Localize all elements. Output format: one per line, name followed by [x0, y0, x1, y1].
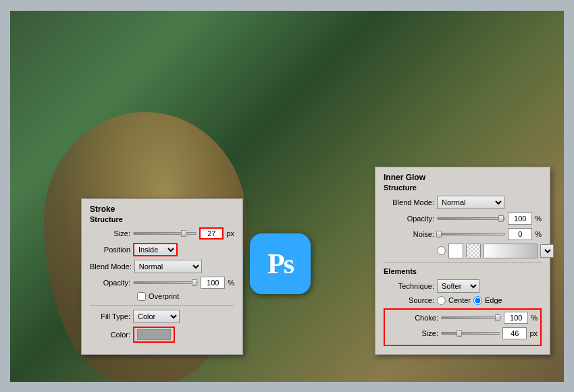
opacity-slider-container: [133, 281, 198, 284]
position-select[interactable]: Inside Outside Center: [133, 243, 178, 256]
opacity-label: Opacity:: [90, 279, 130, 287]
inner-glow-title: Inner Glow: [384, 173, 542, 182]
ig-choke-input[interactable]: [504, 312, 528, 324]
ig-blend-select[interactable]: Normal: [437, 196, 504, 209]
ig-opacity-slider-container: [437, 217, 505, 220]
ig-noise-unit: %: [535, 230, 542, 238]
glow-transparent-swatch[interactable]: [466, 244, 481, 258]
ig-technique-row: Technique: Softer Precise: [384, 279, 542, 293]
ig-size-unit: px: [529, 329, 538, 337]
ig-technique-label: Technique:: [384, 282, 434, 290]
canvas: Ps Stroke Structure Size: px Position In…: [10, 11, 564, 382]
ig-opacity-slider[interactable]: [437, 217, 505, 220]
ig-elements-title: Elements: [384, 267, 542, 275]
inner-glow-panel: Inner Glow Structure Blend Mode: Normal …: [375, 167, 550, 355]
size-slider-container: [133, 232, 197, 235]
stroke-panel: Stroke Structure Size: px Position Insid…: [81, 198, 243, 355]
ig-choke-unit: %: [531, 314, 538, 322]
color-swatch-container[interactable]: [133, 327, 175, 343]
overprint-label: Overprint: [149, 292, 179, 300]
inner-glow-structure-title: Structure: [384, 184, 542, 192]
ps-logo-text: Ps: [267, 248, 293, 280]
choke-size-group: Choke: % Size: px: [384, 308, 542, 346]
overprint-checkbox[interactable]: [137, 292, 146, 301]
ig-choke-label: Choke:: [388, 314, 438, 322]
ig-source-label: Source:: [384, 296, 434, 304]
size-input[interactable]: [199, 227, 224, 240]
position-label: Position: [90, 246, 130, 254]
ig-size-label: Size:: [388, 329, 438, 337]
opacity-input[interactable]: [201, 277, 225, 289]
ig-opacity-label: Opacity:: [384, 215, 434, 223]
ig-noise-slider[interactable]: [437, 233, 505, 235]
ig-blend-label: Blend Mode:: [384, 198, 434, 206]
fill-select[interactable]: Color Gradient Pattern: [133, 310, 180, 323]
color-row: Color:: [90, 327, 234, 343]
source-center-radio[interactable]: [437, 296, 446, 305]
ig-size-slider[interactable]: [441, 332, 500, 335]
glow-gradient-swatch[interactable]: [484, 244, 538, 258]
color-label: Color:: [90, 331, 130, 339]
ig-size-row: Size: px: [388, 327, 538, 339]
opacity-unit: %: [228, 279, 234, 287]
blend-mode-row: Blend Mode: Normal: [90, 260, 234, 273]
size-label: Size:: [90, 229, 130, 237]
size-row: Size: px: [90, 227, 234, 240]
ig-noise-slider-container: [437, 233, 505, 235]
source-edge-radio[interactable]: [473, 296, 482, 305]
stroke-section-title: Structure: [90, 215, 234, 223]
ig-choke-slider[interactable]: [441, 316, 501, 319]
ig-noise-input[interactable]: [508, 228, 532, 240]
glow-white-swatch[interactable]: [448, 244, 463, 258]
ps-logo: Ps: [250, 233, 311, 294]
ig-opacity-row: Opacity: %: [384, 213, 542, 225]
size-slider[interactable]: [133, 232, 197, 235]
ig-divider: [384, 262, 542, 263]
opacity-row: Opacity: %: [90, 277, 234, 289]
stroke-panel-title: Stroke: [90, 204, 234, 214]
glow-color-radio[interactable]: [437, 246, 446, 255]
ig-source-row: Source: Center Edge: [384, 296, 542, 305]
opacity-slider[interactable]: [133, 281, 198, 284]
source-center-label: Center: [448, 296, 471, 304]
blend-select[interactable]: Normal: [134, 260, 202, 273]
ig-choke-slider-container: [441, 316, 501, 319]
color-swatch[interactable]: [137, 329, 171, 340]
divider-1: [90, 305, 234, 306]
ig-opacity-input[interactable]: [508, 213, 532, 225]
ig-noise-label: Noise:: [384, 230, 434, 238]
ig-opacity-unit: %: [535, 215, 542, 223]
ig-size-slider-container: [441, 332, 500, 335]
overprint-row: Overprint: [90, 292, 234, 301]
glow-gradient-select[interactable]: ▼: [540, 244, 554, 258]
position-row: Position Inside Outside Center: [90, 243, 234, 256]
ig-technique-select[interactable]: Softer Precise: [437, 279, 479, 293]
ig-blend-row: Blend Mode: Normal: [384, 196, 542, 209]
ig-noise-row: Noise: %: [384, 228, 542, 240]
fill-type-row: Fill Type: Color Gradient Pattern: [90, 310, 234, 323]
source-edge-label: Edge: [485, 296, 502, 304]
blend-label: Blend Mode:: [90, 262, 132, 271]
size-unit: px: [226, 229, 234, 237]
ig-choke-row: Choke: %: [388, 312, 538, 324]
ig-color-row: ▼: [384, 244, 542, 258]
ig-size-input[interactable]: [502, 327, 527, 339]
fill-label: Fill Type:: [90, 312, 130, 320]
